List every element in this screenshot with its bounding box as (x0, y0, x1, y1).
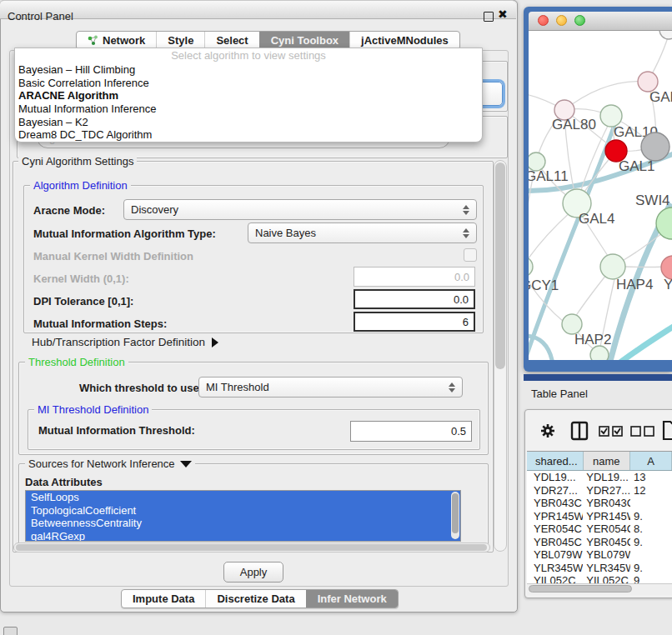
table-row[interactable]: YDR27...YDR27...12 (527, 484, 672, 498)
close-icon[interactable]: ✖ (498, 8, 508, 21)
network-node-hap4[interactable] (600, 254, 625, 279)
combo-arrows-icon (449, 382, 455, 392)
tab-select[interactable]: Select (204, 32, 258, 49)
tab-network[interactable]: Network (77, 32, 156, 49)
control-panel-title: Control Panel (8, 10, 73, 22)
attributes-scrollbar-thumb[interactable] (452, 493, 459, 533)
gear-icon[interactable] (540, 423, 555, 438)
minimize-traffic-light[interactable] (556, 15, 567, 26)
sources-expander[interactable]: Sources for Network Inference (25, 458, 195, 470)
network-node-label: SWI4 (635, 192, 670, 208)
network-node-label: GAL4 (579, 211, 614, 227)
mi-threshold-label: Mutual Information Threshold: (38, 424, 195, 437)
column-header-name[interactable]: name (584, 452, 631, 470)
manual-kernel-label: Manual Kernel Width Definition (33, 250, 193, 262)
network-window-titlebar[interactable] (529, 12, 672, 31)
table-row[interactable]: YBR045CYBR045C9. (527, 536, 672, 549)
table-cell: YLR345W (527, 562, 583, 575)
dpi-tolerance-field[interactable]: 0.0 (354, 289, 475, 309)
column-header-shared-[interactable]: shared... (527, 452, 584, 470)
which-threshold-combo[interactable]: MI Threshold (198, 377, 463, 398)
aracne-mode-value: Discovery (131, 203, 463, 216)
table-cell: YBR045C (527, 536, 583, 549)
network-node-label: GAL2 (649, 89, 672, 105)
dropdown-item-bayesian-k2[interactable]: Bayesian – K2 (15, 116, 482, 129)
aracne-mode-combo[interactable]: Discovery (123, 199, 477, 220)
table-row[interactable]: YDL19...YDL19...13 (527, 471, 672, 484)
table-cell: YBL079W (527, 548, 583, 562)
table-cell: 8. (630, 522, 672, 536)
zoom-traffic-light[interactable] (574, 15, 585, 26)
dropdown-item-basic-correlation-inference[interactable]: Basic Correlation Inference (15, 77, 482, 90)
tab-impute-data[interactable]: Impute Data (122, 590, 205, 608)
network-node-swi4[interactable] (656, 208, 672, 239)
data-attributes-list[interactable]: SelfLoopsTopologicalCoefficientBetweenne… (25, 490, 461, 542)
attribute-item-selfloops[interactable]: SelfLoops (26, 491, 460, 504)
bottom-tabs: Impute DataDiscretize DataInfer Network (121, 589, 399, 608)
kernel-width-field[interactable]: 0.0 (354, 267, 475, 287)
table-cell: YDR27... (583, 484, 630, 498)
tab-jactivemnodules[interactable]: jActiveMNodules (349, 32, 459, 49)
hub-definition-expander[interactable]: Hub/Transcription Factor Definition (32, 336, 218, 348)
table-row[interactable]: YBR043CYBR043C (527, 497, 672, 510)
tab-style[interactable]: Style (156, 32, 204, 49)
tab-infer-network[interactable]: Infer Network (306, 590, 398, 608)
mi-algorithm-type-combo[interactable]: Naive Bayes (248, 222, 477, 243)
settings-horizontal-scrollbar-thumb[interactable] (16, 544, 487, 551)
aracne-mode-label: Aracne Mode: (33, 204, 105, 217)
network-node[interactable] (659, 31, 672, 39)
tab-discretize-data[interactable]: Discretize Data (205, 590, 305, 608)
network-canvas[interactable]: GAL2GAL80GAL10GAL1GAL11SWI4GAL4GCY1HAP4Y… (529, 31, 672, 360)
dropdown-item-aracne-algorithm[interactable]: ARACNE Algorithm (15, 89, 482, 102)
attribute-item-betweennesscentrality[interactable]: BetweennessCentrality (26, 517, 460, 530)
table-cell: YBR043C (527, 497, 583, 510)
network-node-gcy1[interactable] (529, 257, 533, 277)
tab-cyni-toolbox[interactable]: Cyni Toolbox (259, 32, 349, 49)
mi-steps-field[interactable]: 6 (354, 312, 475, 332)
table-cell: YDR27... (527, 484, 583, 498)
attribute-item-topologicalcoefficient[interactable]: TopologicalCoefficient (26, 504, 460, 518)
table-cell: YPR145W (527, 510, 583, 523)
corner-mini-button[interactable] (3, 627, 18, 635)
dropdown-item-mutual-information-inference[interactable]: Mutual Information Inference (15, 102, 482, 116)
network-node[interactable] (590, 346, 609, 360)
table-cell: YER054C (527, 522, 583, 536)
manual-kernel-checkbox[interactable] (464, 248, 477, 262)
network-edge (625, 267, 666, 268)
close-traffic-light[interactable] (538, 15, 549, 26)
column-header-a[interactable]: A (630, 452, 672, 470)
table-horizontal-scrollbar-thumb[interactable] (529, 585, 632, 592)
network-node-label: GAL11 (529, 168, 569, 184)
new-table-icon[interactable] (662, 420, 672, 441)
attribute-item-gal4rgexp[interactable]: gal4RGexp (26, 530, 460, 542)
table-panel-title: Table Panel (531, 388, 588, 400)
split-columns-icon[interactable] (570, 421, 589, 441)
mi-type-label: Mutual Information Algorithm Type: (33, 228, 216, 240)
which-threshold-label: Which threshold to use: (79, 382, 203, 394)
combo-arrows-icon (463, 205, 469, 215)
table-row[interactable]: YER054CYER054C8. (527, 522, 672, 536)
table-cell: 13 (630, 471, 672, 484)
table-cell: 9. (630, 536, 672, 549)
table-row[interactable]: YPR145WYPR145W9. (527, 510, 672, 523)
table-header-row: shared...nameA (527, 452, 672, 471)
control-panel-titlebar[interactable] (0, 0, 516, 19)
table-row[interactable]: YLR345WYLR345W9. (527, 562, 672, 575)
select-all-columns-icon[interactable] (599, 426, 624, 437)
dropdown-item-dream8-dc-tdc-algorithm[interactable]: Dream8 DC_TDC Algorithm (15, 128, 482, 142)
hub-definition-label: Hub/Transcription Factor Definition (32, 336, 205, 348)
dropdown-item-bayesian-hill-climbing[interactable]: Bayesian – Hill Climbing (15, 63, 482, 77)
deselect-all-columns-icon[interactable] (630, 426, 655, 437)
algorithm-definition-title: Algorithm Definition (30, 179, 131, 192)
table-cell: YLR345W (583, 562, 630, 575)
float-window-icon[interactable] (484, 12, 494, 22)
table-cell: YBL079W (583, 548, 630, 562)
network-node-y[interactable] (661, 256, 672, 279)
network-node-label: GAL80 (552, 117, 596, 132)
apply-button[interactable]: Apply (223, 562, 283, 582)
mi-threshold-field[interactable]: 0.5 (350, 421, 472, 442)
network-edge (529, 210, 573, 265)
settings-vertical-scrollbar-thumb[interactable] (495, 162, 505, 369)
network-node[interactable] (641, 132, 669, 161)
table-row[interactable]: YBL079WYBL079W (527, 548, 672, 562)
